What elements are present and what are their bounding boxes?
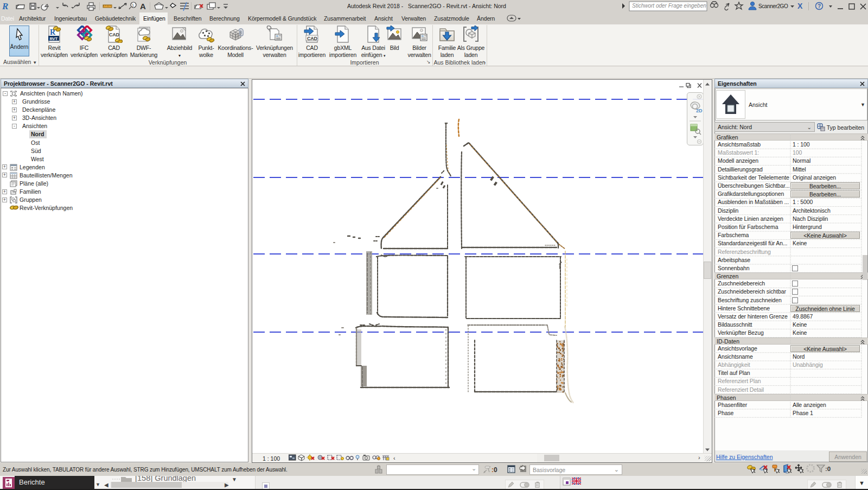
svg-text:X: X: [797, 2, 803, 10]
svg-text:CAD: CAD: [109, 32, 120, 37]
svg-text:?: ?: [818, 3, 821, 9]
svg-text:Scanner2GO: Scanner2GO: [758, 3, 788, 9]
svg-text:1: 1: [132, 3, 134, 7]
svg-text:R: R: [2, 1, 8, 11]
svg-text:Stichwort oder Frage eingeben: Stichwort oder Frage eingeben: [632, 3, 706, 9]
svg-text:2D: 2D: [696, 108, 703, 113]
svg-text:A: A: [140, 2, 146, 11]
svg-text:‹: ‹: [393, 455, 395, 461]
svg-text:CAD: CAD: [307, 36, 318, 41]
svg-text:RVT: RVT: [50, 36, 58, 41]
